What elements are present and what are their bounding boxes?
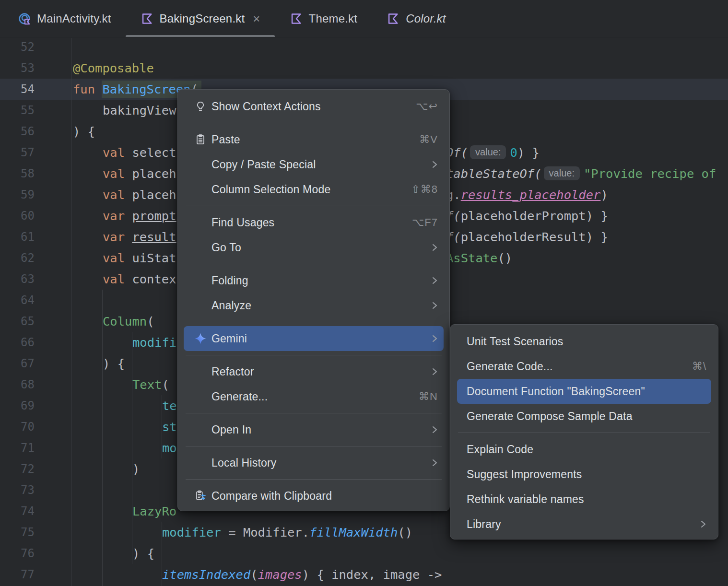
menu-item-label: Document Function "BakingScreen" bbox=[467, 385, 645, 398]
code-token: ) } bbox=[517, 145, 540, 160]
tab-label: Theme.kt bbox=[309, 12, 358, 25]
menu-item-label: Local History bbox=[211, 457, 277, 469]
code-line-57: Of(value:0) } bbox=[446, 142, 540, 163]
menu-item-explain-code[interactable]: Explain Code bbox=[450, 437, 718, 462]
menu-shortcut: ⌘\ bbox=[692, 360, 706, 373]
line-number: 59 bbox=[0, 184, 35, 205]
code-line-74: LazyRo bbox=[132, 501, 176, 522]
code-token: Column bbox=[103, 314, 147, 328]
tab-theme-kt[interactable]: Theme.kt bbox=[275, 0, 372, 37]
code-token: placeholderResult) } bbox=[461, 230, 608, 244]
menu-shortcut: ⌥↩ bbox=[416, 100, 438, 113]
code-token: ) { index, image -> bbox=[302, 567, 442, 582]
gemini-submenu: Unit Test ScenariosGenerate Code...⌘\Doc… bbox=[450, 324, 718, 539]
code-token: fun bbox=[73, 82, 102, 96]
code-line-76: ) { bbox=[132, 543, 154, 564]
line-number: 54 bbox=[0, 79, 35, 100]
menu-item-column-selection-mode[interactable]: Column Selection Mode⇧⌘8 bbox=[178, 177, 449, 202]
code-token: val bbox=[103, 145, 125, 160]
menu-item-rethink-variable-names[interactable]: Rethink variable names bbox=[450, 487, 718, 512]
line-number: 55 bbox=[0, 100, 35, 121]
menu-item-paste[interactable]: Paste⌘V bbox=[178, 127, 449, 152]
chevron-right-icon bbox=[432, 300, 438, 311]
chevron-right-icon bbox=[432, 159, 438, 170]
kotlin-file-icon bbox=[140, 12, 154, 26]
active-tab-underline bbox=[126, 35, 275, 37]
editor-tab-bar: MainActivity.ktBakingScreen.kt×Theme.ktC… bbox=[0, 0, 728, 37]
tab-color-kt[interactable]: Color.kt bbox=[372, 0, 460, 37]
lightbulb-icon bbox=[193, 99, 208, 114]
code-line-60: f(placeholderPrompt) } bbox=[446, 205, 608, 226]
menu-separator bbox=[186, 413, 442, 413]
menu-separator bbox=[186, 206, 442, 206]
tab-bakingscreen-kt[interactable]: BakingScreen.kt× bbox=[126, 0, 275, 37]
line-number: 75 bbox=[0, 522, 35, 543]
menu-item-label: Analyze bbox=[211, 299, 251, 312]
chevron-right-icon bbox=[700, 519, 706, 529]
menu-item-library[interactable]: Library bbox=[450, 512, 718, 537]
ide-window: MainActivity.ktBakingScreen.kt×Theme.ktC… bbox=[0, 0, 728, 586]
kotlin-file-icon bbox=[289, 12, 304, 26]
chevron-right-icon bbox=[432, 333, 438, 344]
menu-item-compare-with-clipboard[interactable]: Compare with Clipboard bbox=[178, 483, 449, 508]
line-number: 58 bbox=[0, 163, 35, 184]
tab-mainactivity-kt[interactable]: MainActivity.kt bbox=[3, 0, 126, 37]
code-token: itemsIndexed bbox=[162, 567, 250, 582]
code-token: val bbox=[103, 166, 125, 181]
code-line-56: ) { bbox=[73, 121, 95, 142]
line-number: 61 bbox=[0, 226, 35, 247]
menu-item-folding[interactable]: Folding bbox=[178, 268, 449, 293]
menu-item-go-to[interactable]: Go To bbox=[178, 235, 449, 260]
close-icon[interactable]: × bbox=[253, 12, 260, 25]
menu-item-generate-compose-sample-data[interactable]: Generate Compose Sample Data bbox=[450, 404, 718, 429]
chevron-right-icon bbox=[432, 424, 438, 435]
code-token: ) bbox=[600, 188, 608, 202]
menu-item-generate[interactable]: Generate...⌘N bbox=[178, 384, 449, 409]
menu-item-gemini[interactable]: Gemini bbox=[184, 326, 444, 351]
gemini-icon bbox=[193, 331, 208, 346]
menu-item-analyze[interactable]: Analyze bbox=[178, 293, 449, 318]
menu-item-find-usages[interactable]: Find Usages⌥F7 bbox=[178, 210, 449, 235]
code-token: @Composable bbox=[73, 61, 154, 75]
menu-item-local-history[interactable]: Local History bbox=[178, 450, 449, 475]
code-token: ) { bbox=[132, 546, 154, 561]
code-line-71: mo bbox=[162, 437, 177, 458]
code-line-55: bakingView bbox=[103, 100, 176, 121]
code-token: val bbox=[103, 251, 125, 265]
code-token: result bbox=[132, 230, 176, 244]
code-token: 0 bbox=[510, 145, 517, 160]
menu-item-show-context-actions[interactable]: Show Context Actions⌥↩ bbox=[178, 94, 449, 119]
tab-label: Color.kt bbox=[406, 12, 446, 25]
menu-item-generate-code[interactable]: Generate Code...⌘\ bbox=[450, 354, 718, 379]
menu-item-label: Compare with Clipboard bbox=[211, 490, 332, 503]
menu-item-refactor[interactable]: Refactor bbox=[178, 359, 449, 384]
code-token: ( bbox=[250, 567, 258, 582]
menu-item-open-in[interactable]: Open In bbox=[178, 417, 449, 442]
code-line-59: val placeh bbox=[103, 184, 176, 205]
tab-label: MainActivity.kt bbox=[37, 12, 111, 25]
line-number: 57 bbox=[0, 142, 35, 163]
menu-item-copy-paste-special[interactable]: Copy / Paste Special bbox=[178, 152, 449, 177]
gutter-separator bbox=[71, 38, 71, 586]
line-number: 76 bbox=[0, 543, 35, 564]
menu-item-suggest-improvements[interactable]: Suggest Improvements bbox=[450, 462, 718, 487]
editor-context-menu: Show Context Actions⌥↩Paste⌘VCopy / Past… bbox=[177, 89, 450, 511]
code-token: modifi bbox=[132, 335, 176, 350]
paste-icon bbox=[193, 132, 208, 147]
code-token: prompt bbox=[132, 209, 176, 223]
code-line-61: var result bbox=[103, 226, 176, 247]
menu-item-unit-test-scenarios[interactable]: Unit Test Scenarios bbox=[450, 329, 718, 354]
code-line-58: tableStateOf(value:"Provide recipe of bbox=[446, 163, 716, 184]
line-number: 73 bbox=[0, 480, 35, 501]
code-token: "Provide recipe of bbox=[584, 166, 716, 181]
menu-item-label: Column Selection Mode bbox=[211, 183, 330, 196]
menu-item-label: Go To bbox=[211, 241, 241, 254]
menu-shortcut: ⌘N bbox=[419, 390, 438, 403]
code-token: fillMaxWidth bbox=[309, 525, 398, 539]
line-number: 77 bbox=[0, 564, 35, 585]
code-line-60: var prompt bbox=[103, 205, 176, 226]
menu-item-document-function-bakingscreen[interactable]: Document Function "BakingScreen" bbox=[457, 379, 711, 404]
menu-item-label: Gemini bbox=[211, 332, 247, 345]
menu-item-label: Unit Test Scenarios bbox=[467, 335, 564, 348]
chevron-right-icon bbox=[432, 275, 438, 286]
